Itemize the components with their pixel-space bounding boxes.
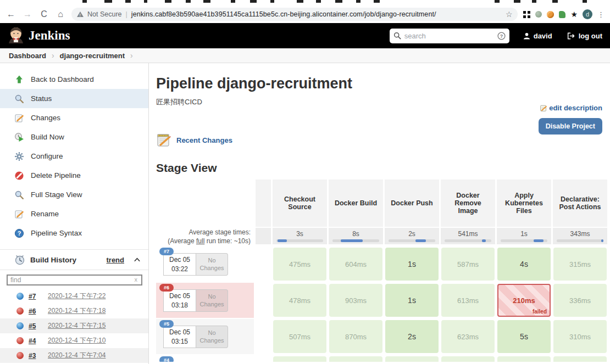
cookie-extension-icon[interactable] (547, 11, 554, 18)
not-secure-warning-icon[interactable]: ! (77, 12, 84, 17)
build-link[interactable]: #6 (29, 307, 43, 315)
build-link[interactable]: #7 (29, 293, 43, 300)
jenkins-brand[interactable]: Jenkins (8, 26, 70, 46)
stage-cell-4-declarative-post-actions[interactable] (553, 355, 607, 362)
build-date-link[interactable]: 2020-12-4 下午7:22 (48, 292, 106, 301)
build-link[interactable]: #4 (29, 337, 43, 345)
disable-project-button[interactable]: Disable Project (539, 118, 602, 135)
stage-cell-6-declarative-post-actions[interactable]: 336ms (553, 283, 607, 318)
average-value: 1s (520, 230, 528, 238)
build-history-row: #72020-12-4 下午7:22 (0, 289, 148, 304)
stage-cell-7-declarative-post-actions[interactable]: 315ms (553, 247, 607, 282)
stage-cell-4-docker-build[interactable] (329, 355, 383, 362)
build-status-ball[interactable] (16, 352, 24, 359)
qr-extension-icon[interactable] (523, 11, 530, 18)
build-date-link[interactable]: 2020-12-4 下午7:04 (48, 351, 106, 360)
find-input[interactable] (7, 275, 142, 285)
home-icon[interactable]: ⌂ (55, 9, 66, 19)
build-badge[interactable]: #4 (159, 356, 174, 362)
stage-cell-6-docker-build[interactable]: 903ms (329, 283, 383, 318)
address-bar[interactable]: ! Not Secure | jenkins.cabf8e3b590ae41b3… (71, 8, 518, 21)
stage-cell-4-checkout-source[interactable] (273, 355, 327, 362)
sidebar-item-rename[interactable]: Rename (0, 204, 148, 223)
note-edit-icon (14, 113, 24, 123)
browser-profile-avatar[interactable]: d (583, 9, 592, 19)
build-status-ball[interactable] (16, 307, 24, 315)
average-row-spacer (256, 228, 271, 244)
breadcrumb-item-django-recruitment[interactable]: django-recruitment (60, 52, 125, 60)
find-clear-button[interactable]: x (135, 276, 138, 283)
evernote-extension-icon[interactable] (559, 11, 565, 18)
user-menu[interactable]: david (523, 32, 552, 40)
stage-cell-6-docker-remove-image[interactable]: 613ms (441, 283, 495, 318)
question-icon: ? (14, 228, 24, 238)
stage-cell-6-checkout-source[interactable]: 478ms (273, 283, 327, 318)
stage-cell-7-docker-build[interactable]: 604ms (329, 247, 383, 282)
build-badge[interactable]: #5 (159, 320, 174, 328)
stage-cell-5-declarative-post-actions[interactable]: 310ms (553, 319, 607, 354)
stage-cell-4-apply-kubernetes-files[interactable] (497, 355, 551, 362)
sidebar-item-changes[interactable]: Changes (0, 108, 148, 127)
build-status-ball[interactable] (16, 322, 24, 329)
reload-icon[interactable]: C (38, 9, 49, 19)
sidebar-item-build-now[interactable]: Build Now (0, 127, 148, 147)
sidebar-item-back-to-dashboard[interactable]: Back to Dashboard (0, 70, 148, 89)
build-status-ball[interactable] (16, 293, 24, 300)
recent-changes-link[interactable]: Recent Changes (176, 136, 232, 144)
stage-cell-7-apply-kubernetes-files[interactable]: 4s (497, 247, 551, 282)
stage-row-gap (256, 283, 271, 318)
stage-cell-5-checkout-source[interactable]: 507ms (273, 319, 327, 354)
stage-cell-6-apply-kubernetes-files[interactable]: 210msfailed (497, 283, 551, 318)
sidebar-item-status[interactable]: Status (0, 89, 148, 108)
build-date-box[interactable]: Dec 0503:15 (163, 326, 196, 348)
stage-cell-5-docker-build[interactable]: 870ms (329, 319, 383, 354)
status-dot-extension-icon[interactable] (535, 11, 542, 18)
sidebar-item-full-stage-view[interactable]: Full Stage View (0, 185, 148, 204)
build-link[interactable]: #3 (29, 352, 43, 360)
star-extension-icon[interactable]: ★ (570, 10, 578, 18)
extension-row: ★ d ⋮ (523, 9, 605, 19)
build-link[interactable]: #5 (29, 322, 43, 330)
build-badge[interactable]: #6 (159, 284, 174, 292)
duration-sparkline (445, 239, 491, 242)
stage-cell-7-checkout-source[interactable]: 475ms (273, 247, 327, 282)
build-date-box[interactable]: Dec 0503:18 (163, 289, 196, 312)
build-badge[interactable]: #7 (159, 248, 174, 255)
back-icon[interactable]: ← (5, 9, 16, 19)
bookmark-star-icon[interactable]: ☆ (506, 10, 513, 19)
sidebar-item-configure[interactable]: Configure (0, 147, 148, 166)
browser-menu-icon[interactable]: ⋮ (597, 10, 605, 19)
sidebar-item-label: Configure (31, 152, 63, 160)
build-date-box[interactable]: Dec 0503:22 (163, 253, 196, 276)
build-row-info-5: #5Dec 0503:15No Changes (156, 319, 254, 354)
edit-description-link[interactable]: edit description (540, 104, 602, 112)
stage-cell-7-docker-remove-image[interactable]: 587ms (441, 247, 495, 282)
search-input[interactable] (404, 32, 494, 40)
forward-icon[interactable]: → (22, 9, 33, 19)
stage-cell-4-docker-push[interactable] (385, 355, 439, 362)
build-date-link[interactable]: 2020-12-4 下午7:10 (48, 336, 106, 345)
failed-label: failed (533, 309, 547, 315)
stage-cell-6-docker-push[interactable]: 1s (385, 283, 439, 318)
build-date-link[interactable]: 2020-12-4 下午7:18 (48, 306, 106, 316)
search-box[interactable]: ? (390, 29, 509, 43)
build-date-link[interactable]: 2020-12-4 下午7:15 (48, 321, 106, 331)
logout-button[interactable]: log out (567, 32, 602, 40)
breadcrumb-item-dashboard[interactable]: Dashboard (9, 52, 46, 60)
sidebar-item-pipeline-syntax[interactable]: ?Pipeline Syntax (0, 223, 148, 243)
stage-average-docker-build: 8s (329, 228, 383, 244)
search-help-icon[interactable]: ? (497, 32, 506, 40)
stage-cell-5-docker-push[interactable]: 2s (385, 319, 439, 354)
stage-cell-7-docker-push[interactable]: 1s (385, 247, 439, 282)
build-status-ball[interactable] (16, 337, 24, 344)
average-full-run-link[interactable]: full (196, 237, 204, 245)
stage-cell-4-docker-remove-image[interactable] (441, 355, 495, 362)
trend-link[interactable]: trend (107, 256, 125, 264)
sidebar-item-delete-pipeline[interactable]: Delete Pipeline (0, 166, 148, 185)
stage-cell-5-docker-remove-image[interactable]: 623ms (441, 319, 495, 354)
average-stage-times-label: Average stage times:(Average full run ti… (156, 228, 254, 245)
breadcrumb: Dashboard›django-recruitment› (0, 48, 610, 63)
average-value: 2s (408, 230, 415, 238)
collapse-chevron-icon[interactable] (134, 257, 141, 262)
stage-cell-5-apply-kubernetes-files[interactable]: 5s (497, 319, 551, 354)
